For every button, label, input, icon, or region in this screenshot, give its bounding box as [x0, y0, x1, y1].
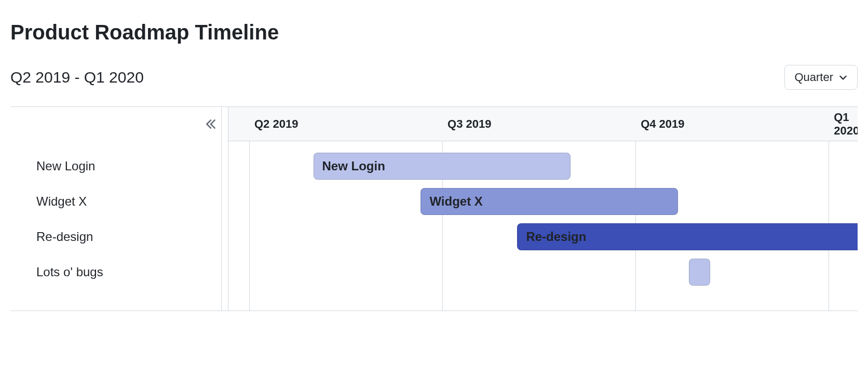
sidebar-header [10, 107, 228, 141]
timeline-row: Re-design [228, 219, 858, 254]
quarter-header: Q1 2020 [829, 107, 858, 141]
chevron-down-icon [838, 73, 848, 82]
sidebar-row[interactable]: New Login [10, 149, 228, 184]
quarter-header: Q3 2019 [442, 107, 491, 141]
timeline-header: Q2 2019Q3 2019Q4 2019Q1 2020 [228, 107, 858, 141]
gantt-bar[interactable] [689, 259, 711, 286]
roadmap-sidebar: New LoginWidget XRe-designLots o' bugs [10, 107, 228, 311]
timeline-row: New Login [228, 149, 858, 184]
roadmap-timeline[interactable]: Q2 2019Q3 2019Q4 2019Q1 2020 New LoginWi… [228, 107, 858, 311]
collapse-left-icon[interactable] [204, 117, 218, 131]
page-title: Product Roadmap Timeline [10, 21, 858, 44]
gantt-bar[interactable]: Re-design [517, 223, 858, 250]
quarter-header: Q4 2019 [635, 107, 684, 141]
timeline-row [228, 254, 858, 290]
sidebar-row[interactable]: Lots o' bugs [10, 254, 228, 290]
gantt-bar[interactable]: Widget X [421, 188, 678, 215]
quarter-header: Q2 2019 [249, 107, 298, 141]
timeline-row: Widget X [228, 184, 858, 219]
gantt-bar[interactable]: New Login [314, 153, 571, 180]
sidebar-row[interactable]: Re-design [10, 219, 228, 254]
subheader-row: Q2 2019 - Q1 2020 Quarter [10, 65, 858, 90]
zoom-level-label: Quarter [794, 71, 833, 84]
zoom-level-select[interactable]: Quarter [784, 65, 858, 90]
roadmap-container: New LoginWidget XRe-designLots o' bugs Q… [10, 106, 858, 311]
date-range-subtitle: Q2 2019 - Q1 2020 [10, 69, 144, 86]
sidebar-rows: New LoginWidget XRe-designLots o' bugs [10, 141, 228, 311]
sidebar-row[interactable]: Widget X [10, 184, 228, 219]
timeline-body: New LoginWidget XRe-design [228, 141, 858, 311]
